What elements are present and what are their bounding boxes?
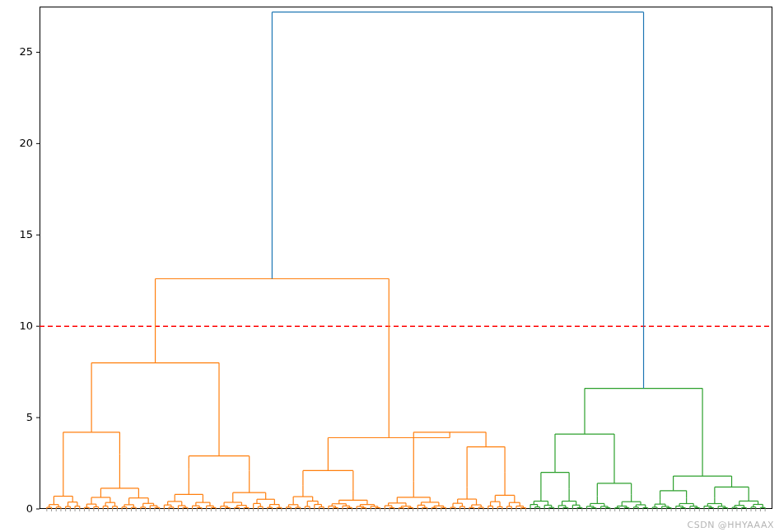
dendrogram-lines (47, 12, 765, 509)
svg-text:25: 25 (19, 45, 33, 58)
svg-text:20: 20 (19, 137, 33, 149)
svg-text:15: 15 (19, 228, 33, 240)
y-axis-ticks: 0510152025 (19, 45, 40, 515)
svg-text:5: 5 (26, 411, 33, 423)
dendrogram-plot: 0510152025 (40, 7, 772, 509)
svg-text:0: 0 (26, 502, 33, 515)
svg-text:10: 10 (19, 320, 33, 332)
x-axis-leaf-labels (47, 509, 765, 511)
dendrogram-figure: 0510152025 CSDN @HHYAAAX (0, 0, 779, 532)
watermark: CSDN @HHYAAAX (688, 520, 775, 530)
